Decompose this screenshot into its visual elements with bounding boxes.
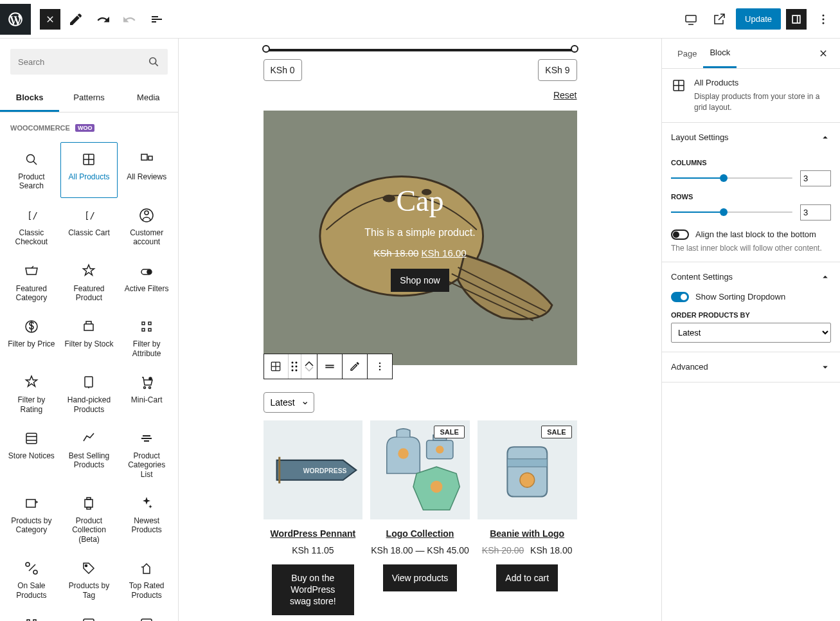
block-item-mini-cart[interactable]: Mini-Cart bbox=[118, 365, 175, 421]
block-item-icon bbox=[24, 561, 39, 576]
inserter-tab-media[interactable]: Media bbox=[119, 85, 178, 112]
block-item-icon bbox=[24, 496, 39, 511]
close-sidebar-button[interactable] bbox=[812, 42, 835, 65]
product-title[interactable]: WordPress Pennant bbox=[264, 528, 363, 539]
block-item-filter-by-rating[interactable]: Filter by Rating bbox=[3, 365, 60, 421]
block-item-products-by-category[interactable]: Products by Category bbox=[3, 486, 60, 551]
move-buttons[interactable] bbox=[301, 354, 317, 379]
reset-link[interactable]: Reset bbox=[264, 90, 577, 100]
order-select[interactable]: Latest bbox=[671, 323, 831, 343]
block-item-store-notices[interactable]: Store Notices bbox=[3, 421, 60, 486]
block-item-icon: [/] bbox=[24, 208, 39, 223]
block-item-icon bbox=[24, 319, 39, 334]
drag-handle[interactable] bbox=[289, 354, 301, 379]
block-item-product-collection-beta-[interactable]: Product Collection (Beta) bbox=[60, 486, 118, 551]
price-max-handle[interactable] bbox=[571, 45, 578, 53]
layout-panel-toggle[interactable]: Layout Settings bbox=[662, 123, 840, 152]
sort-dropdown[interactable]: Latest bbox=[264, 392, 314, 413]
block-item-label: Product Categories List bbox=[121, 451, 172, 479]
product-action-button[interactable]: View products bbox=[383, 564, 458, 591]
block-more-button[interactable] bbox=[368, 354, 392, 379]
product-action-button[interactable]: Add to cart bbox=[496, 564, 558, 591]
block-item-products-by-tag[interactable]: Products by Tag bbox=[60, 551, 118, 607]
chevron-up-icon bbox=[305, 361, 314, 366]
block-item-on-sale-products[interactable]: On Sale Products bbox=[3, 551, 60, 607]
block-item-icon bbox=[139, 561, 154, 576]
block-item-icon bbox=[139, 152, 154, 167]
block-item-all-products[interactable]: All Products bbox=[60, 142, 118, 198]
columns-slider[interactable] bbox=[671, 177, 792, 179]
product-image[interactable]: WORDPRESS bbox=[264, 420, 363, 519]
rows-slider[interactable] bbox=[671, 212, 792, 213]
price-max[interactable]: KSh 9 bbox=[538, 59, 576, 81]
tab-page[interactable]: Page bbox=[671, 40, 703, 68]
product-title[interactable]: Beanie with Logo bbox=[478, 528, 577, 539]
svg-rect-16 bbox=[142, 322, 145, 325]
block-item-featured-category[interactable]: Featured Category bbox=[3, 254, 60, 310]
content-panel-toggle[interactable]: Content Settings bbox=[662, 262, 840, 292]
block-item-label: Products by Category bbox=[6, 516, 57, 535]
editor-canvas[interactable]: KSh 0 KSh 9 Reset Cap This is a simp bbox=[179, 39, 661, 621]
product-image[interactable]: SALE bbox=[370, 420, 470, 519]
align-button[interactable] bbox=[317, 354, 342, 379]
block-item-filter-by-attribute[interactable]: Filter by Attribute bbox=[118, 309, 175, 365]
product-image[interactable]: SALE bbox=[478, 420, 577, 519]
block-item-classic-cart[interactable]: [/]Classic Cart bbox=[60, 198, 118, 254]
price-min[interactable]: KSh 0 bbox=[264, 59, 302, 81]
hero-title: Cap bbox=[396, 184, 443, 218]
settings-button[interactable] bbox=[786, 9, 807, 30]
align-toggle[interactable] bbox=[671, 230, 689, 240]
block-item-icon bbox=[24, 152, 39, 167]
update-button[interactable]: Update bbox=[736, 8, 781, 30]
block-item-hand-picked-products[interactable]: Hand-picked Products bbox=[60, 365, 118, 421]
columns-input[interactable] bbox=[800, 170, 831, 186]
tab-block[interactable]: Block bbox=[703, 39, 737, 68]
wp-logo[interactable] bbox=[0, 4, 31, 35]
close-inserter-button[interactable] bbox=[40, 9, 60, 30]
svg-point-43 bbox=[379, 363, 380, 364]
block-item-customer-account[interactable]: Customer account bbox=[118, 198, 175, 254]
options-button[interactable] bbox=[812, 8, 835, 31]
edit-button[interactable] bbox=[343, 354, 367, 379]
undo-button[interactable] bbox=[91, 8, 114, 31]
align-help: The last inner block will follow other c… bbox=[671, 244, 831, 253]
block-item-label: On Sale Products bbox=[6, 581, 57, 600]
block-item-active-filters[interactable]: Active Filters bbox=[118, 254, 175, 310]
inserter-tab-patterns[interactable]: Patterns bbox=[59, 85, 118, 112]
block-item-label: Products by Tag bbox=[64, 581, 115, 600]
block-item-filter-by-stock[interactable]: Filter by Stock bbox=[60, 309, 118, 365]
view-button[interactable] bbox=[679, 8, 702, 31]
price-min-handle[interactable] bbox=[262, 45, 270, 53]
block-item-reviews-by-product[interactable]: Reviews by Product bbox=[118, 607, 175, 621]
block-item-products-by-attribute[interactable]: Products by Attribute bbox=[3, 607, 60, 621]
block-item-classic-checkout[interactable]: [/]Classic Checkout bbox=[3, 198, 60, 254]
block-item-featured-product[interactable]: Featured Product bbox=[60, 254, 118, 310]
product-title[interactable]: Logo Collection bbox=[370, 528, 470, 539]
block-type-button[interactable] bbox=[264, 354, 289, 379]
search-input-wrap[interactable] bbox=[10, 49, 168, 75]
search-input[interactable] bbox=[18, 57, 147, 67]
block-item-newest-products[interactable]: Newest Products bbox=[118, 486, 175, 551]
redo-button[interactable] bbox=[118, 8, 141, 31]
block-item-best-selling-products[interactable]: Best Selling Products bbox=[60, 421, 118, 486]
svg-rect-0 bbox=[686, 15, 696, 22]
filter-by-price-block[interactable]: KSh 0 KSh 9 Reset bbox=[264, 49, 577, 100]
block-item-filter-by-price[interactable]: Filter by Price bbox=[3, 309, 60, 365]
block-item-all-reviews[interactable]: All Reviews bbox=[118, 142, 175, 198]
rows-input[interactable] bbox=[800, 204, 831, 221]
document-overview-button[interactable] bbox=[145, 8, 168, 31]
block-item-top-rated-products[interactable]: Top Rated Products bbox=[118, 551, 175, 607]
preview-button[interactable] bbox=[708, 8, 731, 31]
block-item-product-search[interactable]: Product Search bbox=[3, 142, 60, 198]
advanced-panel-toggle[interactable]: Advanced bbox=[662, 352, 840, 382]
block-item-reviews-by-category[interactable]: Reviews by Category bbox=[60, 607, 118, 621]
desktop-icon bbox=[683, 12, 699, 27]
product-action-button[interactable]: Buy on the WordPress swag store! bbox=[272, 564, 354, 615]
inserter-tab-blocks[interactable]: Blocks bbox=[0, 85, 59, 112]
block-item-product-categories-list[interactable]: Product Categories List bbox=[118, 421, 175, 486]
tools-button[interactable] bbox=[64, 8, 87, 31]
block-item-label: Filter by Rating bbox=[6, 395, 57, 414]
featured-product-block[interactable]: Cap This is a simple product. KSh 18.00 … bbox=[264, 111, 577, 365]
shop-now-button[interactable]: Shop now bbox=[391, 269, 449, 292]
sorting-toggle[interactable] bbox=[671, 292, 689, 302]
